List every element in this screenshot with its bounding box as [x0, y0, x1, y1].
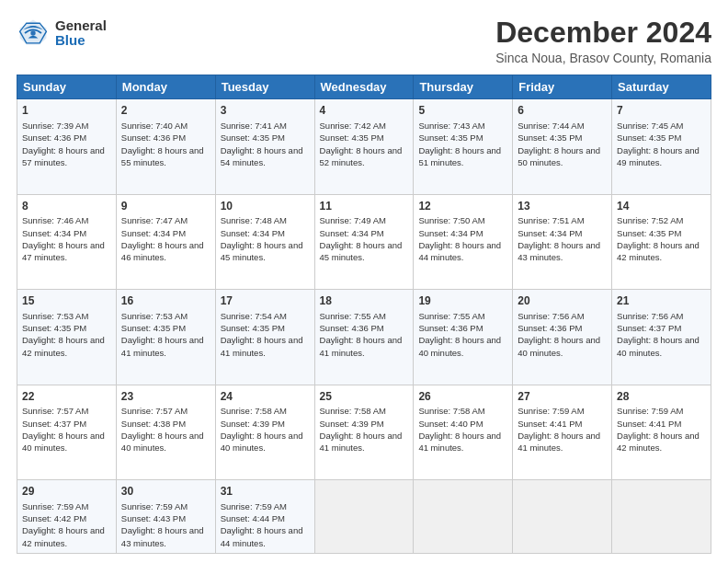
svg-point-2 [30, 30, 35, 35]
sunset-text: Sunset: 4:41 PM [518, 419, 582, 429]
day-number: 10 [221, 199, 310, 214]
daylight-text: Daylight: 8 hours and 41 minutes. [320, 431, 403, 453]
sunset-text: Sunset: 4:38 PM [121, 419, 186, 429]
daylight-text: Daylight: 8 hours and 40 minutes. [221, 431, 303, 453]
header: General Blue December 2024 Sinca Noua, B… [17, 17, 711, 65]
day-number: 8 [22, 199, 111, 214]
table-row [513, 480, 612, 554]
daylight-text: Daylight: 8 hours and 40 minutes. [617, 335, 700, 357]
day-number: 23 [121, 389, 210, 405]
sunrise-text: Sunrise: 7:43 AM [418, 121, 484, 131]
sunset-text: Sunset: 4:35 PM [221, 323, 285, 333]
sunset-text: Sunset: 4:34 PM [518, 228, 582, 238]
sunset-text: Sunset: 4:35 PM [518, 132, 582, 143]
sunrise-text: Sunrise: 7:45 AM [617, 121, 683, 131]
sunrise-text: Sunrise: 7:52 AM [617, 215, 683, 225]
day-number: 18 [320, 293, 409, 309]
sunset-text: Sunset: 4:35 PM [22, 323, 86, 333]
daylight-text: Daylight: 8 hours and 55 minutes. [121, 145, 204, 167]
sunset-text: Sunset: 4:36 PM [320, 323, 384, 333]
day-number: 4 [320, 103, 409, 119]
sunrise-text: Sunrise: 7:59 AM [22, 501, 88, 511]
day-number: 25 [320, 389, 409, 405]
daylight-text: Daylight: 8 hours and 43 minutes. [121, 525, 204, 547]
col-saturday: Saturday [612, 75, 711, 99]
daylight-text: Daylight: 8 hours and 42 minutes. [22, 335, 105, 357]
table-row: 12 Sunrise: 7:50 AM Sunset: 4:34 PM Dayl… [414, 194, 513, 289]
daylight-text: Daylight: 8 hours and 41 minutes. [320, 335, 403, 357]
table-row: 19 Sunrise: 7:55 AM Sunset: 4:36 PM Dayl… [414, 290, 513, 385]
logo-blue-text: Blue [55, 33, 107, 49]
table-row: 9 Sunrise: 7:47 AM Sunset: 4:34 PM Dayli… [116, 194, 215, 289]
sunset-text: Sunset: 4:35 PM [617, 132, 681, 143]
daylight-text: Daylight: 8 hours and 43 minutes. [518, 240, 600, 262]
subtitle: Sinca Noua, Brasov County, Romania [495, 51, 711, 65]
daylight-text: Daylight: 8 hours and 40 minutes. [22, 431, 105, 453]
sunset-text: Sunset: 4:35 PM [221, 132, 285, 143]
daylight-text: Daylight: 8 hours and 52 minutes. [320, 145, 403, 167]
sunrise-text: Sunrise: 7:47 AM [121, 215, 188, 225]
sunrise-text: Sunrise: 7:59 AM [518, 406, 584, 416]
daylight-text: Daylight: 8 hours and 46 minutes. [121, 240, 204, 262]
sunrise-text: Sunrise: 7:51 AM [518, 215, 584, 225]
calendar-week-row: 29 Sunrise: 7:59 AM Sunset: 4:42 PM Dayl… [17, 480, 711, 554]
daylight-text: Daylight: 8 hours and 45 minutes. [320, 240, 403, 262]
calendar-table: Sunday Monday Tuesday Wednesday Thursday… [17, 75, 711, 554]
sunset-text: Sunset: 4:39 PM [320, 419, 384, 429]
daylight-text: Daylight: 8 hours and 40 minutes. [418, 335, 501, 357]
sunrise-text: Sunrise: 7:59 AM [121, 501, 188, 511]
day-number: 2 [121, 103, 210, 119]
calendar-week-row: 8 Sunrise: 7:46 AM Sunset: 4:34 PM Dayli… [17, 194, 711, 289]
table-row [414, 480, 513, 554]
col-wednesday: Wednesday [314, 75, 414, 99]
daylight-text: Daylight: 8 hours and 49 minutes. [617, 145, 700, 167]
table-row: 29 Sunrise: 7:59 AM Sunset: 4:42 PM Dayl… [17, 480, 117, 554]
sunrise-text: Sunrise: 7:40 AM [121, 121, 188, 131]
table-row: 28 Sunrise: 7:59 AM Sunset: 4:41 PM Dayl… [612, 385, 711, 479]
table-row: 14 Sunrise: 7:52 AM Sunset: 4:35 PM Dayl… [612, 194, 711, 289]
day-number: 20 [518, 293, 607, 309]
day-number: 24 [221, 389, 310, 405]
table-row: 30 Sunrise: 7:59 AM Sunset: 4:43 PM Dayl… [116, 480, 215, 554]
sunrise-text: Sunrise: 7:53 AM [121, 311, 188, 321]
table-row: 8 Sunrise: 7:46 AM Sunset: 4:34 PM Dayli… [17, 194, 117, 289]
col-sunday: Sunday [17, 75, 117, 99]
logo: General Blue [17, 17, 107, 50]
sunset-text: Sunset: 4:35 PM [121, 323, 186, 333]
table-row: 6 Sunrise: 7:44 AM Sunset: 4:35 PM Dayli… [513, 99, 612, 194]
sunset-text: Sunset: 4:36 PM [418, 323, 483, 333]
sunrise-text: Sunrise: 7:49 AM [320, 215, 386, 225]
table-row: 4 Sunrise: 7:42 AM Sunset: 4:35 PM Dayli… [314, 99, 414, 194]
daylight-text: Daylight: 8 hours and 50 minutes. [518, 145, 600, 167]
sunset-text: Sunset: 4:35 PM [617, 228, 681, 238]
logo-general-text: General [55, 18, 107, 34]
day-number: 26 [418, 389, 507, 405]
sunset-text: Sunset: 4:37 PM [22, 419, 86, 429]
daylight-text: Daylight: 8 hours and 41 minutes. [418, 431, 501, 453]
day-number: 28 [617, 389, 706, 405]
table-row: 22 Sunrise: 7:57 AM Sunset: 4:37 PM Dayl… [17, 385, 117, 479]
sunrise-text: Sunrise: 7:55 AM [320, 311, 386, 321]
table-row: 27 Sunrise: 7:59 AM Sunset: 4:41 PM Dayl… [513, 385, 612, 479]
daylight-text: Daylight: 8 hours and 40 minutes. [121, 431, 204, 453]
daylight-text: Daylight: 8 hours and 42 minutes. [617, 240, 700, 262]
day-number: 13 [518, 199, 607, 214]
sunset-text: Sunset: 4:34 PM [221, 228, 285, 238]
sunrise-text: Sunrise: 7:59 AM [617, 406, 683, 416]
sunset-text: Sunset: 4:34 PM [418, 228, 483, 238]
day-number: 31 [221, 484, 310, 500]
table-row: 23 Sunrise: 7:57 AM Sunset: 4:38 PM Dayl… [116, 385, 215, 479]
day-number: 9 [121, 199, 210, 214]
calendar-week-row: 15 Sunrise: 7:53 AM Sunset: 4:35 PM Dayl… [17, 290, 711, 385]
sunrise-text: Sunrise: 7:57 AM [121, 406, 188, 416]
sunset-text: Sunset: 4:35 PM [320, 132, 384, 143]
daylight-text: Daylight: 8 hours and 41 minutes. [221, 335, 303, 357]
daylight-text: Daylight: 8 hours and 40 minutes. [518, 335, 600, 357]
daylight-text: Daylight: 8 hours and 57 minutes. [22, 145, 105, 167]
table-row: 17 Sunrise: 7:54 AM Sunset: 4:35 PM Dayl… [215, 290, 314, 385]
sunrise-text: Sunrise: 7:39 AM [22, 121, 88, 131]
main-title: December 2024 [495, 17, 711, 49]
sunrise-text: Sunrise: 7:56 AM [518, 311, 584, 321]
sunrise-text: Sunrise: 7:58 AM [418, 406, 484, 416]
sunrise-text: Sunrise: 7:59 AM [221, 501, 287, 511]
